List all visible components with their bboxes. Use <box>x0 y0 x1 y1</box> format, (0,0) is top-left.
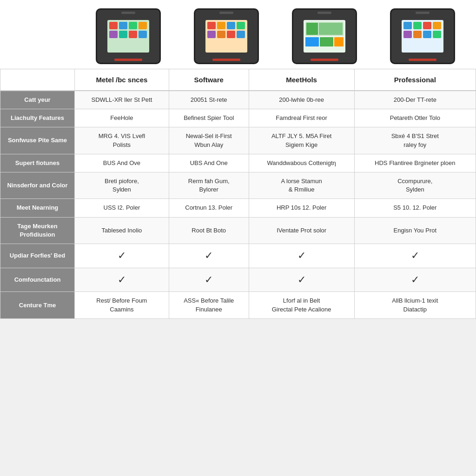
cell-4-2: A lorse Stamun& Rmiliue <box>249 172 354 198</box>
row-header-3: Supert fiotunes <box>0 154 75 172</box>
row-header-9: Centure Tme <box>0 292 75 318</box>
checkmark-icon: ✓ <box>205 250 213 261</box>
cell-5-1: Cortnun 13. Poler <box>169 199 249 217</box>
cell-7-2: ✓ <box>249 244 354 268</box>
table-row: Ninsderfor and ColorBreti piofore,Sylden… <box>0 172 476 198</box>
device-cell-2 <box>177 8 275 64</box>
cell-4-1: Rerm fah Gum,Bylorer <box>169 172 249 198</box>
empty-header <box>0 69 75 91</box>
col-header-4: Professional <box>354 69 476 91</box>
table-row: Updiar Forfies' Bed✓✓✓✓ <box>0 244 476 268</box>
checkmark-icon: ✓ <box>118 250 126 261</box>
device-image-1 <box>96 8 161 64</box>
device-image-3 <box>292 8 357 64</box>
cell-1-2: Famdreal First reor <box>249 109 354 127</box>
cell-9-1: ASS« Before TalileFinulanee <box>169 292 249 318</box>
checkmark-icon: ✓ <box>298 250 306 261</box>
row-header-8: Comfounctation <box>0 268 75 292</box>
cell-2-1: Newal-Sel it-FirstWbun Alay <box>169 127 249 154</box>
cell-3-0: BUS And Ove <box>75 154 169 172</box>
cell-2-0: MRG 4. VIS LveflPolists <box>75 127 169 154</box>
checkmark-icon: ✓ <box>411 274 419 285</box>
cell-7-0: ✓ <box>75 244 169 268</box>
row-header-0: Catt yeur <box>0 91 75 109</box>
row-header-7: Updiar Forfies' Bed <box>0 244 75 268</box>
col-header-2: Software <box>169 69 249 91</box>
table-row: Catt yeurSDWLL-XR ller St Pett20051 St-r… <box>0 91 476 109</box>
row-header-4: Ninsderfor and Color <box>0 172 75 198</box>
col-header-1: Metel /bc snces <box>75 69 169 91</box>
cell-1-3: Petareth Otler Tolo <box>354 109 476 127</box>
cell-7-3: ✓ <box>354 244 476 268</box>
checkmark-icon: ✓ <box>205 274 213 285</box>
checkmark-icon: ✓ <box>118 274 126 285</box>
comparison-table: Metel /bc snces Software MeetHols Profes… <box>0 69 476 319</box>
checkmark-icon: ✓ <box>411 250 419 261</box>
cell-3-3: HDS Flantiree Brgineter ploen <box>354 154 476 172</box>
cell-8-2: ✓ <box>249 268 354 292</box>
table-row: Tage Meurken ProfidiusionTablesed Inolio… <box>0 217 476 244</box>
row-header-6: Tage Meurken Profidiusion <box>0 217 75 244</box>
cell-6-3: Engisn You Prot <box>354 217 476 244</box>
cell-2-3: Sbxé 4 B'S1 Stretraley foy <box>354 127 476 154</box>
cell-5-3: S5 10. 12. Poler <box>354 199 476 217</box>
table-row: Meet NearningUSS I2. PolerCortnun 13. Po… <box>0 199 476 217</box>
cell-6-2: IVentate Prot solor <box>249 217 354 244</box>
table-row: Comfounctation✓✓✓✓ <box>0 268 476 292</box>
table-row: Sonfwuse Pite SameMRG 4. VIS LveflPolist… <box>0 127 476 154</box>
cell-3-1: UBS And One <box>169 154 249 172</box>
device-image-4 <box>390 8 455 64</box>
cell-0-3: 200-Der TT-rete <box>354 91 476 109</box>
col-header-3: MeetHols <box>249 69 354 91</box>
checkmark-icon: ✓ <box>298 274 306 285</box>
device-row <box>0 0 476 69</box>
cell-0-0: SDWLL-XR ller St Pett <box>75 91 169 109</box>
table-row: Liachulty FeaturesFeeHoleBefinest Spier … <box>0 109 476 127</box>
device-cell-3 <box>275 8 373 64</box>
row-header-1: Liachulty Features <box>0 109 75 127</box>
cell-6-0: Tablesed Inolio <box>75 217 169 244</box>
cell-5-0: USS I2. Poler <box>75 199 169 217</box>
row-header-2: Sonfwuse Pite Same <box>0 127 75 154</box>
row-header-5: Meet Nearning <box>0 199 75 217</box>
cell-8-3: ✓ <box>354 268 476 292</box>
table-row: Centure TmeRest/ Before FoumCaaminsASS« … <box>0 292 476 318</box>
cell-4-0: Breti piofore,Sylden <box>75 172 169 198</box>
cell-4-3: Ccompurure,Sylden <box>354 172 476 198</box>
cell-8-1: ✓ <box>169 268 249 292</box>
device-image-2 <box>194 8 259 64</box>
cell-8-0: ✓ <box>75 268 169 292</box>
cell-9-3: AllB llcium-1 texitDiatactip <box>354 292 476 318</box>
cell-0-2: 200-lwhle 0b-ree <box>249 91 354 109</box>
cell-5-2: HRP 10s 12. Poler <box>249 199 354 217</box>
cell-7-1: ✓ <box>169 244 249 268</box>
column-header-row: Metel /bc snces Software MeetHols Profes… <box>0 69 476 91</box>
cell-9-0: Rest/ Before FoumCaamins <box>75 292 169 318</box>
page: Metel /bc snces Software MeetHols Profes… <box>0 0 476 319</box>
cell-1-1: Befinest Spier Tool <box>169 109 249 127</box>
device-cell-1 <box>79 8 177 64</box>
cell-3-2: Wanddwabous Cottenigtη <box>249 154 354 172</box>
cell-0-1: 20051 St-rete <box>169 91 249 109</box>
cell-9-2: Lforf al in BeltGirectal Pete Acalione <box>249 292 354 318</box>
cell-2-2: ALTF JLY 5. M5A FiretSigiem Kige <box>249 127 354 154</box>
cell-6-1: Root Bt Boto <box>169 217 249 244</box>
table-row: Supert fiotunesBUS And OveUBS And OneWan… <box>0 154 476 172</box>
device-cell-4 <box>373 8 471 64</box>
cell-1-0: FeeHole <box>75 109 169 127</box>
